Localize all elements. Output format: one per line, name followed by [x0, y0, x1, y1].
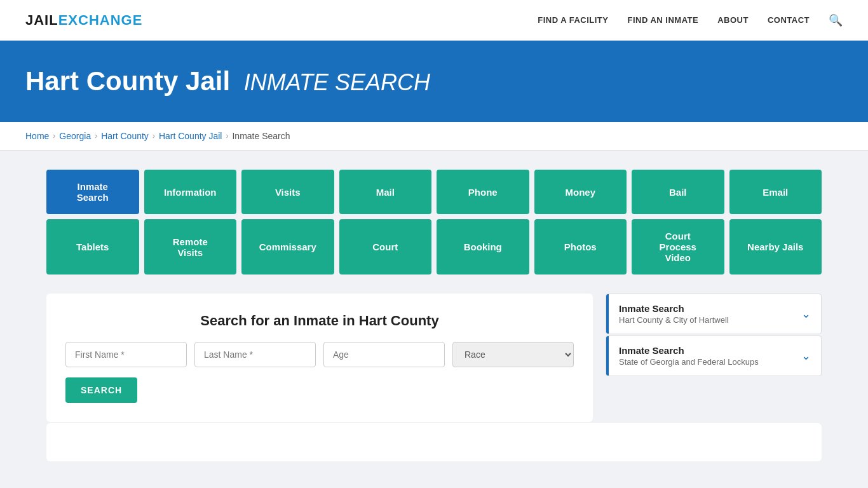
nav-btn-nearby-jails[interactable]: Nearby Jails — [729, 219, 822, 274]
nav-btn-email[interactable]: Email — [729, 170, 822, 214]
sidebar-card-text-2: Inmate Search State of Georgia and Feder… — [619, 345, 759, 367]
breadcrumb-georgia[interactable]: Georgia — [59, 131, 91, 141]
nav-btn-booking[interactable]: Booking — [437, 219, 529, 274]
sidebar-card-text-1: Inmate Search Hart County & City of Hart… — [619, 303, 729, 325]
breadcrumb-home[interactable]: Home — [25, 131, 49, 141]
nav-btn-photos[interactable]: Photos — [534, 219, 627, 274]
nav-btn-remote-visits[interactable]: Remote Visits — [144, 219, 237, 274]
nav-btn-phone[interactable]: Phone — [437, 170, 529, 214]
first-name-input[interactable] — [65, 342, 187, 367]
breadcrumb-sep-3: › — [153, 132, 155, 140]
main-nav: FIND A FACILITY FIND AN INMATE ABOUT CON… — [538, 13, 843, 27]
chevron-down-icon-2: ⌄ — [801, 349, 811, 363]
breadcrumb-sep-2: › — [95, 132, 97, 140]
sidebar: Inmate Search Hart County & City of Hart… — [606, 294, 822, 377]
sidebar-card-label-1: Inmate Search — [619, 303, 729, 314]
nav-btn-inmate-search[interactable]: Inmate Search — [46, 170, 139, 214]
page-title: Hart County Jail INMATE SEARCH — [25, 66, 843, 97]
main-container: Inmate Search Information Visits Mail Ph… — [21, 151, 847, 480]
hero-banner: Hart County Jail INMATE SEARCH — [0, 41, 868, 122]
nav-find-facility[interactable]: FIND A FACILITY — [538, 15, 608, 25]
sidebar-card-sub-1: Hart County & City of Hartwell — [619, 315, 729, 325]
sidebar-card-label-2: Inmate Search — [619, 345, 759, 356]
category-nav-buttons: Inmate Search Information Visits Mail Ph… — [46, 170, 822, 274]
nav-btn-information[interactable]: Information — [144, 170, 237, 214]
nav-btn-commissary[interactable]: Commissary — [241, 219, 334, 274]
search-form-title: Search for an Inmate in Hart County — [65, 313, 574, 329]
bottom-card — [46, 423, 822, 461]
nav-btn-money[interactable]: Money — [534, 170, 627, 214]
nav-find-inmate[interactable]: FIND AN INMATE — [627, 15, 698, 25]
sidebar-card-2: Inmate Search State of Georgia and Feder… — [606, 336, 822, 376]
breadcrumb-hart-county-jail[interactable]: Hart County Jail — [159, 131, 222, 141]
race-select[interactable]: Race White Black Hispanic Asian Other — [452, 342, 574, 367]
search-fields: Race White Black Hispanic Asian Other — [65, 342, 574, 367]
sidebar-card-sub-2: State of Georgia and Federal Lockups — [619, 357, 759, 367]
breadcrumb-current: Inmate Search — [232, 131, 290, 141]
site-header: JAILEXCHANGE FIND A FACILITY FIND AN INM… — [0, 0, 868, 41]
nav-btn-court-process-video[interactable]: Court Process Video — [632, 219, 724, 274]
sidebar-card-header-1[interactable]: Inmate Search Hart County & City of Hart… — [606, 294, 821, 334]
site-logo[interactable]: JAILEXCHANGE — [25, 12, 142, 29]
breadcrumb-hart-county[interactable]: Hart County — [101, 131, 149, 141]
breadcrumb-sep-1: › — [53, 132, 55, 140]
nav-btn-visits[interactable]: Visits — [241, 170, 334, 214]
logo-exchange: EXCHANGE — [58, 12, 143, 28]
nav-contact[interactable]: CONTACT — [768, 15, 810, 25]
search-button[interactable]: SEARCH — [65, 377, 137, 403]
hero-subtitle: INMATE SEARCH — [244, 69, 430, 95]
nav-btn-bail[interactable]: Bail — [632, 170, 724, 214]
chevron-down-icon-1: ⌄ — [801, 307, 811, 321]
nav-btn-mail[interactable]: Mail — [339, 170, 432, 214]
age-input[interactable] — [323, 342, 445, 367]
nav-about[interactable]: ABOUT — [717, 15, 749, 25]
breadcrumb-bar: Home › Georgia › Hart County › Hart Coun… — [0, 122, 868, 151]
sidebar-card-1: Inmate Search Hart County & City of Hart… — [606, 294, 822, 334]
sidebar-card-header-2[interactable]: Inmate Search State of Georgia and Feder… — [606, 336, 821, 376]
search-icon[interactable]: 🔍 — [829, 13, 843, 27]
nav-btn-tablets[interactable]: Tablets — [46, 219, 139, 274]
logo-jail: JAIL — [25, 12, 58, 28]
hero-jail-name: Hart County Jail — [25, 66, 230, 96]
content-row: Search for an Inmate in Hart County Race… — [46, 294, 822, 422]
breadcrumb-sep-4: › — [226, 132, 228, 140]
nav-btn-court[interactable]: Court — [339, 219, 432, 274]
last-name-input[interactable] — [194, 342, 316, 367]
breadcrumb: Home › Georgia › Hart County › Hart Coun… — [25, 131, 843, 141]
search-form-card: Search for an Inmate in Hart County Race… — [46, 294, 593, 422]
